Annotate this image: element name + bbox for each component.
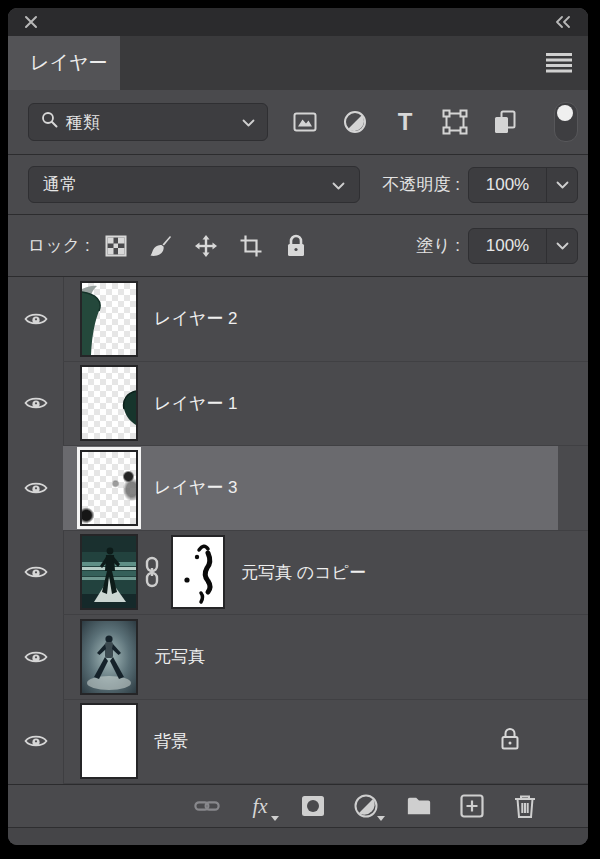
layer-thumbnail[interactable] xyxy=(80,281,138,357)
close-icon[interactable] xyxy=(24,15,38,29)
layer-name: 背景 xyxy=(154,730,188,753)
photoshop-layers-panel-screen: レイヤー 種類 T xyxy=(0,0,600,859)
filter-kind-label: 種類 xyxy=(66,111,100,134)
layer-row-layer3-selected[interactable]: レイヤー 3 xyxy=(8,446,588,531)
scrollbar-gutter xyxy=(558,362,588,447)
scrollbar-gutter xyxy=(558,615,588,700)
filter-row: 種類 T xyxy=(8,90,588,155)
opacity-input[interactable]: 100% xyxy=(468,167,578,203)
caret-down-icon xyxy=(377,816,385,821)
lock-all-icon[interactable] xyxy=(284,234,308,258)
tab-layers-label: レイヤー xyxy=(30,50,107,76)
lock-artboard-icon[interactable] xyxy=(239,234,263,258)
fill-input[interactable]: 100% xyxy=(468,228,578,264)
thumbnail-paint-smudges xyxy=(82,452,136,524)
visibility-eye-icon[interactable] xyxy=(8,531,63,616)
visibility-eye-icon[interactable] xyxy=(8,362,63,447)
panel-menu-icon[interactable] xyxy=(546,53,572,77)
delete-layer-trash-icon[interactable] xyxy=(512,793,538,819)
blend-mode-dropdown[interactable]: 通常 xyxy=(28,166,360,203)
visibility-eye-icon[interactable] xyxy=(8,615,63,700)
layer-row-photo[interactable]: 元写真 xyxy=(8,615,588,700)
filter-type-layers-icon[interactable]: T xyxy=(392,109,418,135)
layer-thumbnail-white[interactable] xyxy=(80,703,138,779)
scrollbar-gutter xyxy=(558,531,588,616)
filtering-toggle-switch[interactable] xyxy=(554,102,578,142)
collapse-panel-icon[interactable] xyxy=(554,16,572,28)
layer-thumbnail-photo[interactable] xyxy=(80,619,138,695)
search-icon xyxy=(41,111,58,133)
blend-row: 通常 不透明度 : 100% xyxy=(8,155,588,215)
layer-name: 元写真 のコピー xyxy=(241,561,366,584)
lock-transparency-icon[interactable] xyxy=(104,234,128,258)
filter-shape-layers-icon[interactable] xyxy=(442,109,468,135)
scrollbar-gutter xyxy=(558,700,588,785)
caret-down-icon xyxy=(271,816,279,821)
opacity-dropdown-button[interactable] xyxy=(546,168,577,202)
visibility-eye-icon[interactable] xyxy=(8,446,63,531)
fx-label: fx xyxy=(252,794,267,819)
chevron-down-icon xyxy=(242,112,255,132)
scrollbar-gutter xyxy=(558,277,588,362)
layer-thumbnail-photo[interactable] xyxy=(80,534,138,610)
lock-label: ロック : xyxy=(28,234,90,257)
new-layer-icon[interactable] xyxy=(459,793,485,819)
lock-row: ロック : 塗り : 100% xyxy=(8,215,588,277)
filter-kind-dropdown[interactable]: 種類 xyxy=(28,103,268,141)
layer-name: 元写真 xyxy=(154,645,205,668)
filter-pixel-layers-icon[interactable] xyxy=(292,109,318,135)
panel-titlebar xyxy=(8,8,588,36)
filter-adjustment-layers-icon[interactable] xyxy=(342,109,368,135)
layers-panel: レイヤー 種類 T xyxy=(8,8,588,845)
visibility-eye-icon[interactable] xyxy=(8,277,63,362)
layer-name: レイヤー 2 xyxy=(154,307,237,330)
layer-mask-thumbnail[interactable] xyxy=(171,535,225,609)
visibility-eye-icon[interactable] xyxy=(8,700,63,785)
lock-buttons xyxy=(104,234,308,258)
fill-value: 100% xyxy=(469,236,546,256)
layer-row-layer1[interactable]: レイヤー 1 xyxy=(8,362,588,447)
filter-type-buttons: T xyxy=(292,102,578,142)
opacity-value: 100% xyxy=(469,175,546,195)
fill-label: 塗り : xyxy=(416,234,460,257)
toggle-knob xyxy=(557,105,573,121)
new-adjustment-layer-icon[interactable] xyxy=(353,793,379,819)
bottom-toolbar: fx xyxy=(8,784,588,827)
new-group-folder-icon[interactable] xyxy=(406,793,432,819)
panel-footer-strip xyxy=(8,827,588,845)
tab-bar: レイヤー xyxy=(8,36,588,90)
layer-row-layer2[interactable]: レイヤー 2 xyxy=(8,277,588,362)
add-layer-mask-icon[interactable] xyxy=(300,793,326,819)
tab-layers[interactable]: レイヤー xyxy=(8,36,120,90)
layer-name: レイヤー 1 xyxy=(154,392,237,415)
lock-position-icon[interactable] xyxy=(194,234,218,258)
chevron-down-icon xyxy=(332,175,345,195)
blend-mode-value: 通常 xyxy=(43,173,77,196)
scrollbar-gutter xyxy=(558,446,588,531)
link-layers-icon[interactable] xyxy=(194,793,220,819)
background-lock-icon[interactable] xyxy=(500,727,520,755)
layer-thumbnail-selected[interactable] xyxy=(80,450,138,526)
opacity-label: 不透明度 : xyxy=(383,173,460,196)
lock-pixels-brush-icon[interactable] xyxy=(149,234,173,258)
layer-row-background[interactable]: 背景 xyxy=(8,700,588,785)
filter-smart-objects-icon[interactable] xyxy=(492,109,518,135)
mask-link-icon[interactable] xyxy=(143,556,161,588)
layer-thumbnail[interactable] xyxy=(80,365,138,441)
layer-list: レイヤー 2 レイヤー 1 xyxy=(8,277,588,784)
layer-name: レイヤー 3 xyxy=(154,476,237,499)
layer-effects-fx-icon[interactable]: fx xyxy=(247,793,273,819)
fill-dropdown-button[interactable] xyxy=(546,229,577,263)
layer-row-photo-copy[interactable]: 元写真 のコピー xyxy=(8,531,588,616)
